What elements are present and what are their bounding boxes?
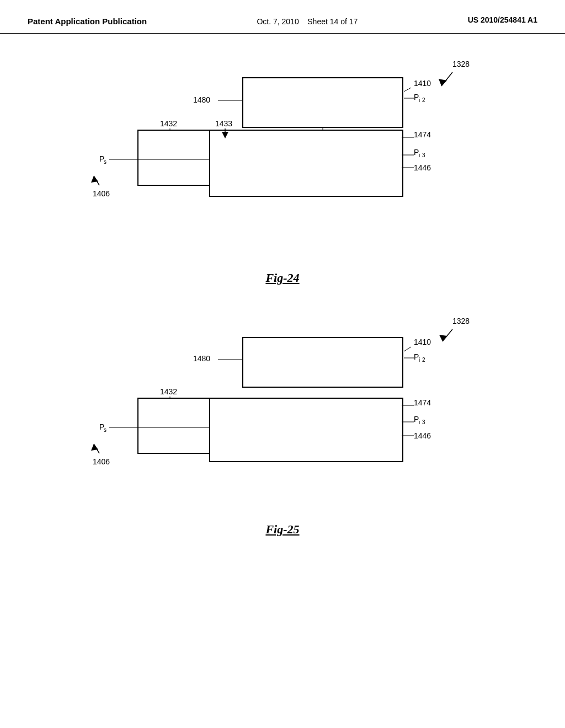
svg-text:P: P — [414, 93, 419, 101]
svg-text:1328: 1328 — [452, 317, 470, 325]
svg-text:1474: 1474 — [414, 398, 431, 407]
svg-marker-17 — [222, 132, 228, 138]
svg-text:2: 2 — [422, 97, 425, 103]
fig25-label: Fig-25 — [33, 522, 532, 537]
page-header: Patent Application Publication Oct. 7, 2… — [0, 0, 565, 34]
svg-text:P: P — [414, 148, 419, 157]
svg-text:1480: 1480 — [193, 95, 210, 104]
svg-text:1433: 1433 — [215, 119, 232, 128]
svg-text:1328: 1328 — [452, 60, 470, 68]
svg-text:P: P — [414, 415, 419, 424]
svg-rect-12 — [138, 130, 210, 185]
svg-text:3: 3 — [422, 152, 425, 158]
svg-text:s: s — [104, 159, 106, 165]
svg-text:1480: 1480 — [193, 354, 210, 363]
svg-line-36 — [443, 329, 452, 341]
fig24-title: Fig-24 — [265, 271, 299, 285]
publication-label: Patent Application Publication — [28, 17, 147, 26]
svg-text:3: 3 — [422, 419, 425, 425]
svg-text:i: i — [419, 419, 420, 425]
fig24-label: Fig-24 — [33, 271, 532, 285]
fig25-diagram: 1328 1410 P i 2 1480 1432 P s — [33, 296, 532, 517]
header-title: Patent Application Publication — [28, 15, 147, 27]
svg-text:1410: 1410 — [414, 338, 431, 346]
svg-marker-37 — [439, 335, 447, 341]
svg-text:i: i — [419, 152, 420, 158]
svg-line-5 — [404, 88, 411, 92]
page-content: 1328 1410 P i 2 1480 1432 1433 — [0, 34, 565, 537]
header-patent: US 2010/254841 A1 — [468, 15, 537, 24]
svg-rect-3 — [243, 78, 403, 127]
svg-rect-47 — [138, 398, 210, 453]
fig25-title: Fig-25 — [265, 522, 299, 536]
publication-date: Oct. 7, 2010 — [257, 17, 299, 26]
svg-text:1446: 1446 — [414, 163, 431, 172]
svg-text:1432: 1432 — [160, 119, 177, 128]
svg-text:1406: 1406 — [93, 457, 110, 466]
svg-text:1410: 1410 — [414, 79, 431, 88]
svg-text:1446: 1446 — [414, 431, 431, 440]
header-meta: Oct. 7, 2010 Sheet 14 of 17 — [257, 15, 358, 28]
svg-text:s: s — [104, 427, 106, 433]
svg-text:2: 2 — [422, 357, 425, 363]
svg-text:1432: 1432 — [160, 387, 177, 396]
svg-text:i: i — [419, 357, 420, 363]
sheet-info: Sheet 14 of 17 — [307, 17, 358, 26]
fig24-diagram: 1328 1410 P i 2 1480 1432 1433 — [33, 34, 532, 265]
svg-text:i: i — [419, 97, 420, 103]
svg-text:1474: 1474 — [414, 130, 431, 139]
svg-rect-56 — [210, 398, 403, 462]
svg-rect-24 — [210, 130, 403, 196]
svg-text:1406: 1406 — [93, 189, 110, 198]
svg-rect-38 — [243, 338, 403, 387]
patent-number: US 2010/254841 A1 — [468, 15, 537, 24]
svg-text:P: P — [414, 352, 419, 361]
svg-line-40 — [404, 347, 411, 351]
